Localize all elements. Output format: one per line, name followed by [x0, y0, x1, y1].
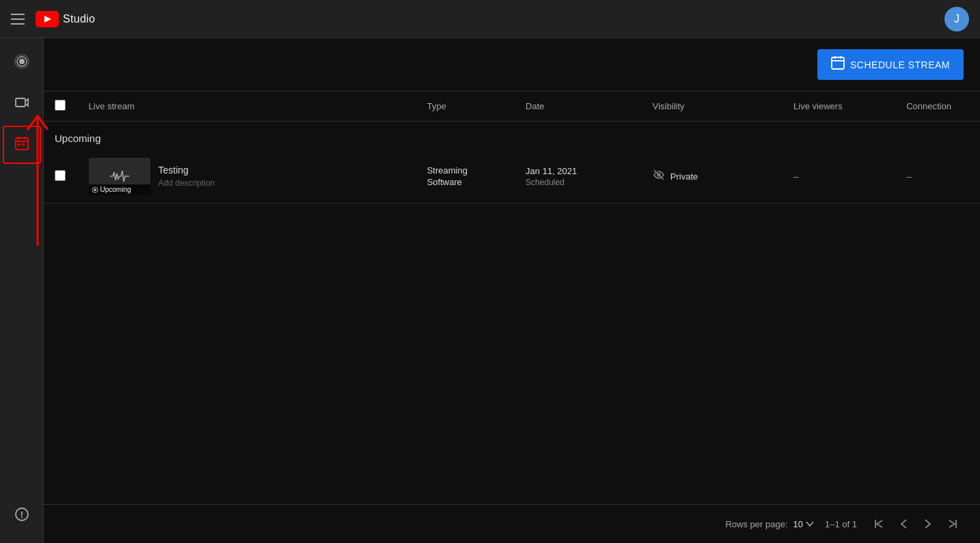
visibility-label: Private — [670, 171, 698, 182]
schedule-calendar-icon — [831, 56, 845, 73]
dropdown-arrow-icon — [806, 521, 814, 527]
last-page-button[interactable] — [942, 513, 964, 535]
content-area: SCHEDULE STREAM Live stream Type Da — [44, 38, 980, 543]
page-info: 1–1 of 1 — [825, 519, 857, 529]
sidebar-item-camera[interactable] — [3, 85, 41, 123]
schedule-bar: SCHEDULE STREAM — [44, 38, 980, 91]
stream-table: Live stream Type Date Visibility Live vi… — [44, 91, 980, 204]
th-live-viewers: Live viewers — [782, 92, 895, 122]
page-nav-buttons — [868, 513, 964, 535]
calendar-manage-icon — [14, 136, 29, 154]
row-checkbox[interactable] — [55, 170, 66, 181]
stream-thumbnail[interactable]: Upcoming — [89, 158, 150, 195]
next-page-button[interactable] — [917, 513, 939, 535]
waveform-icon — [109, 168, 131, 184]
th-date: Date — [515, 92, 642, 122]
main-layout: ! SCHEDULE STREAM — [0, 38, 980, 543]
hamburger-menu[interactable] — [11, 14, 25, 25]
stream-type-secondary: Software — [427, 177, 504, 187]
next-page-icon — [925, 519, 931, 529]
schedule-button-label: SCHEDULE STREAM — [850, 59, 950, 70]
live-viewers-value: – — [793, 171, 799, 182]
eye-off-icon — [653, 169, 665, 184]
th-type: Type — [416, 92, 515, 122]
pagination: Rows per page: 10 1–1 of 1 — [44, 504, 980, 543]
svg-point-19 — [94, 189, 96, 191]
svg-rect-12 — [22, 143, 25, 145]
rows-per-page-label: Rows per page: — [725, 519, 787, 529]
th-checkbox — [44, 92, 78, 122]
table-body: Upcoming — [44, 122, 980, 204]
th-live-stream: Live stream — [78, 92, 416, 122]
user-avatar[interactable]: J — [944, 7, 969, 31]
first-page-icon — [874, 519, 884, 529]
row-visibility-cell: Private — [642, 150, 782, 204]
stream-date-status: Scheduled — [526, 178, 631, 187]
connection-value: – — [906, 171, 912, 182]
th-connection: Connection — [895, 92, 980, 122]
rows-per-page-value: 10 — [793, 519, 803, 529]
stream-info: Upcoming Testing Add description — [89, 158, 405, 195]
svg-rect-6 — [16, 98, 25, 107]
row-stream-cell: Upcoming Testing Add description — [78, 150, 416, 204]
row-checkbox-cell — [44, 150, 78, 204]
stream-type-primary: Streaming — [427, 165, 504, 176]
sidebar: ! — [0, 38, 44, 543]
section-upcoming: Upcoming — [44, 122, 980, 150]
sidebar-item-manage[interactable] — [3, 126, 41, 164]
svg-text:!: ! — [20, 510, 23, 520]
logo[interactable]: Studio — [36, 11, 95, 27]
top-navigation: Studio J — [0, 0, 980, 38]
nav-left: Studio — [11, 11, 95, 27]
live-icon — [14, 54, 29, 72]
camera-icon — [14, 95, 29, 113]
prev-page-button[interactable] — [893, 513, 914, 535]
stream-date: Jan 11, 2021 — [526, 166, 631, 176]
upcoming-badge: Upcoming — [89, 184, 150, 195]
select-all-checkbox[interactable] — [55, 100, 66, 111]
table-header: Live stream Type Date Visibility Live vi… — [44, 92, 980, 122]
broadcast-icon — [92, 186, 98, 193]
svg-rect-15 — [832, 57, 844, 69]
row-viewers-cell: – — [782, 150, 895, 204]
stream-text: Testing Add description — [159, 165, 215, 188]
sidebar-item-feedback[interactable]: ! — [3, 497, 41, 535]
schedule-stream-button[interactable]: SCHEDULE STREAM — [817, 49, 964, 80]
sidebar-item-live[interactable] — [3, 44, 41, 82]
first-page-button[interactable] — [868, 513, 890, 535]
visibility-cell: Private — [653, 169, 772, 184]
row-connection-cell: – — [895, 150, 980, 204]
svg-rect-11 — [18, 143, 21, 145]
youtube-logo-icon — [36, 11, 59, 27]
svg-point-3 — [19, 59, 25, 64]
row-date-cell: Jan 11, 2021 Scheduled — [515, 150, 642, 204]
rows-select-wrapper[interactable]: 10 — [793, 519, 814, 529]
studio-label: Studio — [63, 13, 95, 25]
prev-page-icon — [900, 519, 907, 529]
th-visibility: Visibility — [642, 92, 782, 122]
stream-title[interactable]: Testing — [159, 165, 215, 176]
feedback-icon: ! — [15, 507, 29, 525]
content-spacer — [44, 204, 980, 504]
row-type-cell: Streaming Software — [416, 150, 515, 204]
table-row: Upcoming Testing Add description Streami… — [44, 150, 980, 204]
stream-description: Add description — [159, 178, 215, 188]
rows-per-page: Rows per page: 10 — [725, 519, 814, 529]
last-page-icon — [948, 519, 957, 529]
